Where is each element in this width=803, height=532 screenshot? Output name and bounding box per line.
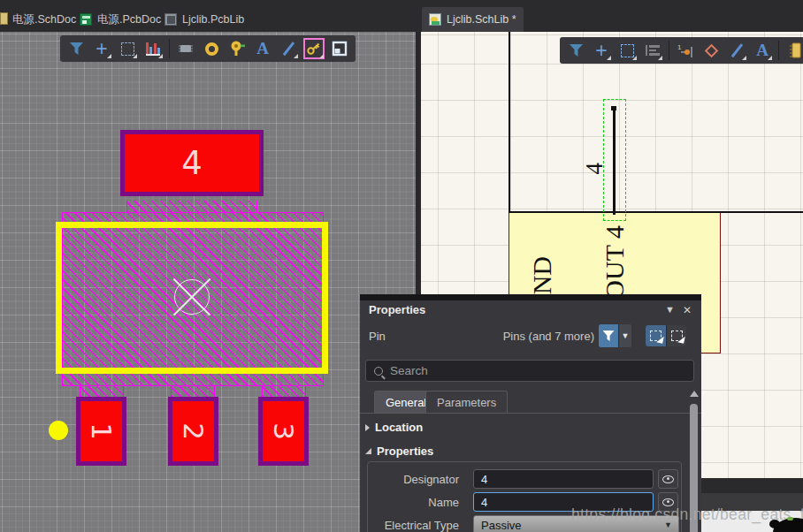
panel-title: Properties bbox=[369, 303, 425, 316]
pad-3[interactable]: 3 bbox=[258, 397, 309, 466]
pad-stack-icon[interactable] bbox=[143, 39, 163, 58]
name-label: Name bbox=[360, 496, 459, 509]
tab-schdoc[interactable]: 电源.SchDoc bbox=[5, 7, 83, 32]
name-input[interactable] bbox=[473, 492, 654, 512]
pcblib-icon bbox=[164, 13, 177, 26]
pad-1[interactable]: 1 bbox=[76, 397, 126, 466]
select-cursor-icon bbox=[671, 331, 683, 341]
pad-4-number: 4 bbox=[181, 144, 203, 182]
section-location[interactable]: Location bbox=[365, 421, 423, 434]
pin-4-line[interactable] bbox=[613, 108, 616, 215]
pin-hotspot bbox=[611, 106, 616, 110]
eye-icon bbox=[662, 475, 674, 483]
ic-body-icon[interactable] bbox=[785, 41, 803, 60]
text-icon[interactable]: A bbox=[253, 39, 272, 58]
altium-window: 电源.SchDoc 电源.PcbDoc Ljclib.PcbLib Ljclib… bbox=[0, 0, 803, 532]
chevron-down-icon: ▼ bbox=[664, 521, 672, 529]
pin-designator-label: 4 bbox=[581, 163, 608, 175]
toolbar-separator bbox=[169, 39, 170, 58]
funnel-icon bbox=[603, 331, 615, 341]
toolbar-separator bbox=[778, 41, 779, 60]
text-icon[interactable]: A bbox=[753, 41, 772, 60]
move-crosshair-icon[interactable]: + bbox=[92, 39, 111, 58]
selected-object-type: Pin bbox=[369, 330, 386, 343]
copper-hatch-stub-2 bbox=[171, 386, 215, 397]
copper-hatch-stub-1 bbox=[80, 386, 124, 397]
sheet-origin-vline bbox=[509, 32, 510, 213]
tab-pcblib-label: Ljclib.PcbLib bbox=[182, 13, 244, 26]
tab-pcblib[interactable]: Ljclib.PcbLib bbox=[157, 7, 251, 32]
pin-name-out4: OUT 4 bbox=[600, 225, 630, 300]
reference-dot bbox=[49, 421, 68, 440]
filter-icon[interactable] bbox=[66, 39, 86, 58]
key-icon[interactable] bbox=[304, 39, 324, 58]
tab-underline bbox=[360, 413, 701, 414]
select-cursor-icon bbox=[650, 331, 662, 341]
select-touching-button[interactable] bbox=[666, 325, 686, 346]
pad-3-number: 3 bbox=[267, 422, 299, 440]
select-area-icon[interactable] bbox=[118, 39, 137, 58]
move-crosshair-icon[interactable]: + bbox=[592, 41, 611, 60]
pcbdoc-icon bbox=[80, 13, 92, 26]
svg-text:1: 1 bbox=[677, 43, 682, 51]
tab-pcbdoc-label: 电源.PcbDoc bbox=[97, 12, 161, 27]
search-icon bbox=[374, 367, 383, 376]
filter-icon[interactable] bbox=[566, 41, 585, 60]
polygon-icon[interactable] bbox=[701, 41, 721, 60]
toolbar-separator bbox=[669, 41, 669, 60]
pad-2[interactable]: 2 bbox=[168, 397, 218, 466]
properties-panel: Properties ▼ ✕ Pin Pins (and 7 more) ▼ G… bbox=[360, 294, 701, 532]
pin-icon[interactable]: 1 bbox=[676, 41, 695, 60]
statusbar-strip bbox=[701, 493, 803, 511]
collapsed-arrow-icon bbox=[365, 424, 370, 431]
selection-scope-label: Pins (and 7 more) bbox=[503, 330, 594, 343]
pad-1-number: 1 bbox=[85, 422, 117, 440]
tab-pcbdoc[interactable]: 电源.PcbDoc bbox=[73, 7, 168, 32]
designator-visibility-button[interactable] bbox=[658, 469, 678, 489]
select-area-icon[interactable] bbox=[617, 41, 637, 60]
eye-icon bbox=[662, 498, 674, 506]
pcb-toolbar: + A bbox=[60, 35, 356, 62]
filter-dropdown-button[interactable]: ▼ bbox=[618, 324, 631, 347]
section-properties[interactable]: Properties bbox=[365, 445, 433, 458]
name-visibility-button[interactable] bbox=[658, 492, 678, 512]
statusbar-strip-dark bbox=[701, 478, 803, 493]
tab-schdoc-label: 电源.SchDoc bbox=[12, 12, 76, 27]
designator-input[interactable] bbox=[473, 469, 654, 489]
line-icon[interactable] bbox=[727, 41, 746, 60]
copper-hatch-top bbox=[126, 201, 257, 212]
align-icon[interactable] bbox=[643, 41, 662, 60]
tab-schlib[interactable]: Ljclib.SchLib * bbox=[422, 7, 524, 32]
expanded-arrow-icon bbox=[365, 448, 371, 454]
line-icon[interactable] bbox=[279, 39, 298, 58]
tab-parameters[interactable]: Parameters bbox=[425, 391, 508, 413]
electrical-type-dropdown[interactable]: Passive ▼ bbox=[473, 515, 679, 532]
bear-logo bbox=[773, 518, 803, 532]
pad-4[interactable]: 4 bbox=[120, 130, 264, 196]
scrollbar-up-arrow[interactable] bbox=[690, 391, 699, 397]
pad-2-number: 2 bbox=[177, 422, 209, 440]
copper-hatch-stub-3 bbox=[262, 386, 306, 397]
designator-label: Designator bbox=[360, 473, 459, 486]
search-box[interactable] bbox=[365, 360, 694, 382]
electrical-type-label: Electrical Type bbox=[360, 519, 459, 532]
pad-icon[interactable] bbox=[202, 39, 221, 58]
sch-toolbar: + 1 A bbox=[560, 37, 803, 64]
filter-button[interactable] bbox=[599, 324, 618, 347]
panel-close-icon[interactable]: ✕ bbox=[683, 304, 692, 316]
component-icon[interactable] bbox=[176, 39, 195, 58]
electrical-type-value: Passive bbox=[481, 519, 522, 532]
search-input[interactable] bbox=[390, 364, 655, 377]
pcb-library-canvas[interactable]: + A bbox=[0, 32, 416, 532]
panel-collapse-icon[interactable]: ▼ bbox=[665, 304, 675, 315]
schlib-icon bbox=[429, 13, 441, 26]
select-inside-button[interactable] bbox=[646, 325, 666, 346]
via-icon[interactable] bbox=[227, 39, 247, 58]
tab-schlib-label: Ljclib.SchLib * bbox=[447, 13, 516, 26]
room-icon[interactable] bbox=[330, 39, 349, 58]
document-tab-bar: 电源.SchDoc 电源.PcbDoc Ljclib.PcbLib Ljclib… bbox=[0, 0, 803, 32]
scrollbar-thumb[interactable] bbox=[690, 404, 698, 532]
